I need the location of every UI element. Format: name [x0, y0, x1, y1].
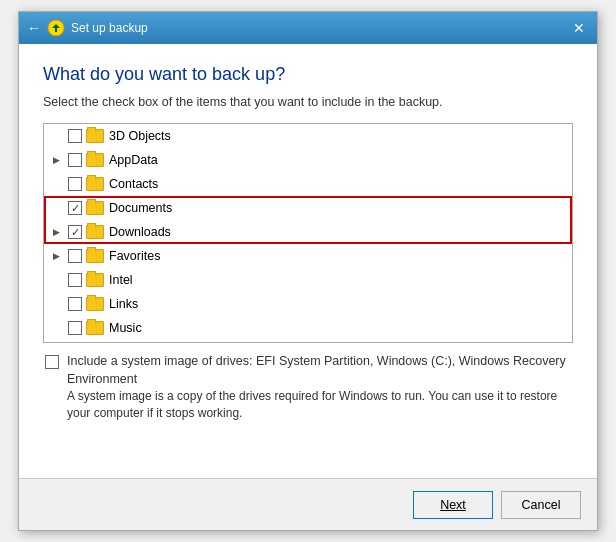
checkbox-downloads[interactable]: ✓ [68, 225, 82, 239]
next-button[interactable]: Next [413, 491, 493, 519]
items-list[interactable]: 3D Objects▶AppDataContacts✓Documents▶✓Do… [43, 123, 573, 343]
window-title: Set up backup [71, 21, 148, 35]
main-window: ← Set up backup ✕ What do you want to ba… [18, 11, 598, 531]
title-bar: ← Set up backup ✕ [19, 12, 597, 44]
close-button[interactable]: ✕ [569, 18, 589, 38]
folder-icon-appdata [86, 153, 104, 167]
folder-icon-links [86, 297, 104, 311]
item-label-3d-objects: 3D Objects [109, 129, 171, 143]
item-label-intel: Intel [109, 273, 133, 287]
checkbox-documents[interactable]: ✓ [68, 201, 82, 215]
list-item-documents[interactable]: ✓Documents [44, 196, 572, 220]
list-item-links[interactable]: Links [44, 292, 572, 316]
folder-icon-music [86, 321, 104, 335]
backup-icon [47, 19, 65, 37]
folder-icon-documents [86, 201, 104, 215]
item-label-favorites: Favorites [109, 249, 160, 263]
list-item-onedrive[interactable]: ▶OneDrive - Family [44, 340, 572, 343]
list-item-downloads[interactable]: ▶✓Downloads [44, 220, 572, 244]
back-button[interactable]: ← [27, 20, 41, 36]
content-area: What do you want to back up? Select the … [19, 44, 597, 478]
checkbox-music[interactable] [68, 321, 82, 335]
list-item-contacts[interactable]: Contacts [44, 172, 572, 196]
cancel-button[interactable]: Cancel [501, 491, 581, 519]
page-subtitle: Select the check box of the items that y… [43, 95, 573, 109]
next-label: Next [440, 498, 466, 512]
item-label-appdata: AppData [109, 153, 158, 167]
cancel-label: Cancel [522, 498, 561, 512]
folder-icon-favorites [86, 249, 104, 263]
footer: Next Cancel [19, 478, 597, 530]
folder-icon-contacts [86, 177, 104, 191]
checkbox-intel[interactable] [68, 273, 82, 287]
expand-arrow-favorites[interactable]: ▶ [48, 251, 64, 261]
system-image-checkbox[interactable] [45, 355, 59, 369]
list-item-favorites[interactable]: ▶Favorites [44, 244, 572, 268]
item-label-music: Music [109, 321, 142, 335]
items-wrapper: 3D Objects▶AppDataContacts✓Documents▶✓Do… [44, 124, 572, 343]
checkbox-links[interactable] [68, 297, 82, 311]
checkbox-appdata[interactable] [68, 153, 82, 167]
item-label-links: Links [109, 297, 138, 311]
system-image-description: A system image is a copy of the drives r… [67, 389, 557, 420]
system-image-section: Include a system image of drives: EFI Sy… [43, 353, 573, 422]
list-item-intel[interactable]: Intel [44, 268, 572, 292]
item-label-contacts: Contacts [109, 177, 158, 191]
folder-icon-3d-objects [86, 129, 104, 143]
expand-arrow-downloads[interactable]: ▶ [48, 227, 64, 237]
list-item-3d-objects[interactable]: 3D Objects [44, 124, 572, 148]
page-title: What do you want to back up? [43, 64, 573, 85]
item-label-downloads: Downloads [109, 225, 171, 239]
system-image-text: Include a system image of drives: EFI Sy… [67, 353, 571, 422]
list-item-music[interactable]: Music [44, 316, 572, 340]
item-label-documents: Documents [109, 201, 172, 215]
checkbox-3d-objects[interactable] [68, 129, 82, 143]
expand-arrow-appdata[interactable]: ▶ [48, 155, 64, 165]
system-image-label: Include a system image of drives: EFI Sy… [67, 354, 566, 386]
list-item-appdata[interactable]: ▶AppData [44, 148, 572, 172]
folder-icon-downloads [86, 225, 104, 239]
checkbox-favorites[interactable] [68, 249, 82, 263]
checkbox-contacts[interactable] [68, 177, 82, 191]
folder-icon-intel [86, 273, 104, 287]
